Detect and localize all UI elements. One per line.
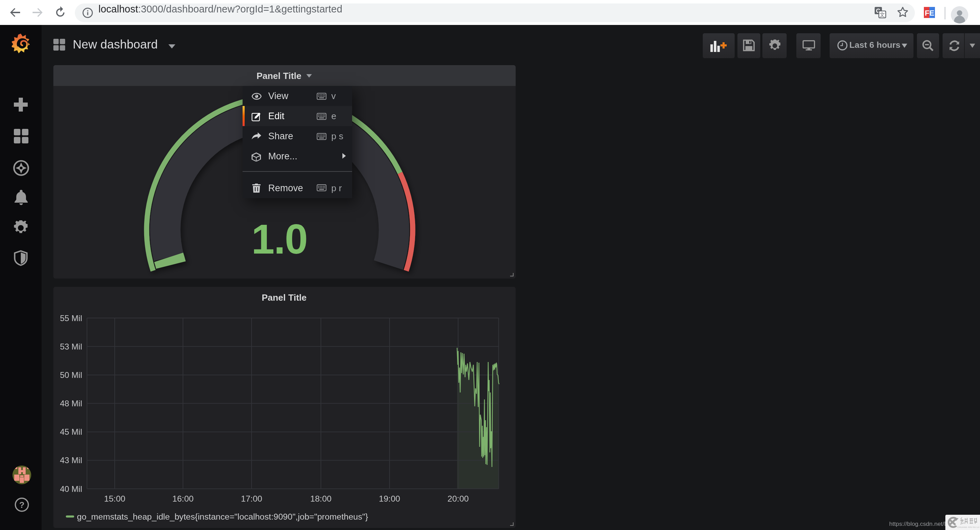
svg-text:F: F — [924, 9, 929, 17]
svg-text:20:00: 20:00 — [447, 494, 469, 503]
svg-text:?: ? — [19, 500, 24, 509]
svg-text:55 Mil: 55 Mil — [60, 314, 82, 323]
svg-text:53 Mil: 53 Mil — [60, 342, 82, 351]
svg-text:43 Mil: 43 Mil — [60, 455, 82, 465]
svg-text:50 Mil: 50 Mil — [60, 370, 82, 380]
svg-text:CHUANG XIN HU LIAN: CHUANG XIN HU LIAN — [958, 526, 979, 528]
svg-text:E: E — [929, 9, 934, 17]
svg-text:17:00: 17:00 — [240, 494, 262, 503]
svg-text:文: 文 — [880, 12, 885, 17]
svg-text:16:00: 16:00 — [172, 494, 193, 503]
svg-text:15:00: 15:00 — [103, 494, 125, 503]
svg-text:48 Mil: 48 Mil — [60, 399, 82, 408]
svg-text:40 Mil: 40 Mil — [60, 484, 82, 494]
svg-text:18:00: 18:00 — [310, 494, 331, 503]
svg-text:19:00: 19:00 — [379, 494, 400, 503]
svg-text:45 Mil: 45 Mil — [60, 427, 82, 436]
